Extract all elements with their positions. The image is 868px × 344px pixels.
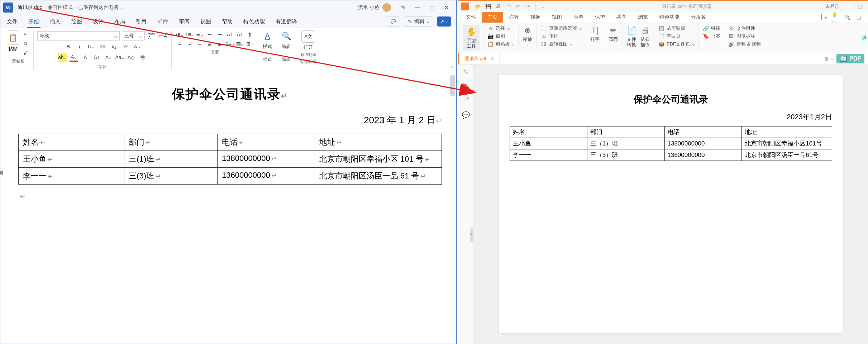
youdao-open-button[interactable]: A文 打开 有道翻译: [300, 30, 316, 57]
styles-button[interactable]: A 样式 ⌵: [262, 30, 273, 55]
cut-icon[interactable]: ✂: [21, 30, 30, 38]
multilevel-list-icon[interactable]: ≣⌵: [195, 30, 204, 38]
menu-view[interactable]: 视图: [195, 16, 216, 27]
editing-button[interactable]: 🔍 编辑 ⌵: [281, 30, 292, 55]
fill-sign[interactable]: 填: [862, 34, 867, 41]
decrease-font-icon[interactable]: A↓: [104, 53, 113, 62]
bookmark-icon[interactable]: 🔖: [462, 82, 470, 90]
phonetic-guide-icon[interactable]: wénA: [147, 31, 156, 40]
format-painter-icon[interactable]: 🖌: [21, 49, 30, 57]
maximize-button[interactable]: ▢: [425, 2, 439, 13]
menu-references[interactable]: 引用: [131, 16, 152, 27]
menu-help[interactable]: 帮助: [217, 16, 238, 27]
sort-icon[interactable]: A↓: [235, 30, 244, 38]
menu-mail[interactable]: 邮件: [152, 16, 173, 27]
fx-menu-convert[interactable]: 转换: [525, 12, 546, 23]
clipboard-button[interactable]: 📋剪贴板⌵: [487, 41, 515, 47]
minimize-button[interactable]: —: [410, 2, 425, 13]
copy-icon[interactable]: ⧉: [21, 40, 30, 48]
vertical-scrollbar[interactable]: [450, 75, 455, 96]
underline-button[interactable]: U⌵: [86, 42, 96, 51]
user-avatar-icon[interactable]: [382, 3, 391, 12]
fx-menu-comment[interactable]: 注释: [503, 12, 525, 23]
increase-font-icon[interactable]: A↑: [92, 53, 101, 62]
close-button[interactable]: ✕: [439, 2, 453, 13]
chevron-down-icon[interactable]: ⌵: [539, 2, 547, 11]
fx-menu-cloud[interactable]: 云服务: [685, 12, 712, 23]
pdf-badge[interactable]: 🔄 PDF: [836, 54, 864, 63]
align-right-icon[interactable]: ≡: [195, 40, 204, 48]
increase-indent-icon[interactable]: ⇥: [215, 30, 224, 38]
menu-review[interactable]: 审阅: [174, 16, 195, 27]
line-spacing-icon[interactable]: ‡≡⌵: [225, 40, 234, 48]
zoom-button[interactable]: ⊕ 缩放 ⌵: [522, 25, 533, 47]
ink-icon[interactable]: ✎: [396, 2, 410, 13]
view-grid-icon[interactable]: ▦: [824, 56, 828, 61]
fx-menu-browse[interactable]: 浏览: [632, 12, 654, 23]
font-family-select[interactable]: 等线⌵: [37, 31, 120, 40]
justify-icon[interactable]: ≣: [205, 40, 214, 48]
view-list-icon[interactable]: ≡: [831, 56, 834, 61]
link-button[interactable]: 🔗链接: [702, 25, 720, 32]
reflow-button[interactable]: ⟲重排: [540, 33, 558, 39]
italic-button[interactable]: I: [75, 42, 84, 51]
enclose-char-icon[interactable]: ㊥: [138, 53, 147, 62]
fx-menu-home[interactable]: 主页: [482, 12, 503, 23]
menu-draw[interactable]: 绘图: [66, 16, 87, 27]
font-size-select[interactable]: 三号⌵: [122, 31, 145, 40]
menu-insert[interactable]: 插入: [45, 16, 66, 27]
bullet-list-icon[interactable]: •≡⌵: [175, 30, 184, 38]
contacts-table[interactable]: 姓名 部门 电话 地址 王小鱼 三(1)班 13800000000 北京市朝阳区…: [18, 134, 442, 185]
ribbon-collapse-icon[interactable]: ⌵: [451, 63, 454, 69]
menu-design[interactable]: 设计: [88, 16, 109, 27]
fx-menu-file[interactable]: 文件: [460, 12, 482, 23]
pdf-package-button[interactable]: 📦PDF文件包⌵: [658, 41, 695, 47]
chevron-down-icon[interactable]: ⌵: [120, 5, 123, 10]
asian-layout-icon[interactable]: A↕: [225, 30, 234, 38]
text-effects-icon[interactable]: A⌵: [132, 42, 142, 51]
snapshot-button[interactable]: 📷截图: [487, 33, 505, 39]
paste-icon[interactable]: 📋: [7, 30, 19, 45]
editing-mode-button[interactable]: ✎ 编辑 ⌵: [404, 16, 433, 27]
change-case-icon[interactable]: Aa⌵: [115, 53, 124, 62]
menu-features[interactable]: 特色功能: [238, 16, 270, 27]
lightbulb-icon[interactable]: 💡⌵: [831, 13, 840, 22]
audio-video-button[interactable]: 🔊音频 & 视频: [728, 41, 761, 47]
login-status[interactable]: 未登录: [825, 3, 839, 10]
undo-icon[interactable]: ↶: [514, 2, 523, 11]
char-shading-icon[interactable]: A: [81, 53, 90, 62]
align-center-icon[interactable]: ≡: [185, 40, 194, 48]
from-scanner-button[interactable]: 🖨 从扫 描仪: [640, 25, 650, 48]
number-list-icon[interactable]: 1≡⌵: [185, 30, 194, 38]
image-annotation-button[interactable]: 🖼图像标注: [728, 33, 755, 39]
fx-menu-features[interactable]: 特色功能: [654, 12, 685, 23]
sidebar-expand-handle[interactable]: [470, 228, 473, 242]
fx-menu-form[interactable]: 表单: [568, 12, 589, 23]
fx-menu-protect[interactable]: 保护: [589, 12, 611, 23]
strikethrough-button[interactable]: ab: [98, 42, 107, 51]
select-button[interactable]: 🖱选择⌵: [487, 25, 510, 32]
decrease-indent-icon[interactable]: ⇤: [205, 30, 214, 38]
bookmark-button[interactable]: 🔖书签: [702, 33, 720, 39]
align-left-icon[interactable]: ≡: [175, 40, 184, 48]
comments-button[interactable]: 💬: [386, 16, 400, 27]
show-marks-icon[interactable]: ¶: [245, 30, 254, 38]
blank-page-button[interactable]: 📄空白页: [658, 33, 681, 39]
distribute-icon[interactable]: ≣: [215, 40, 224, 48]
clear-formatting-icon[interactable]: A◇: [127, 53, 136, 62]
redo-icon[interactable]: ↷: [524, 2, 533, 11]
menu-youdao[interactable]: 有道翻译: [271, 16, 302, 27]
superscript-button[interactable]: x²: [121, 42, 130, 51]
search-icon[interactable]: 🔍: [843, 13, 852, 22]
word-user-name[interactable]: 流水 小桥: [358, 4, 380, 11]
share-button[interactable]: ↗ ⌵: [437, 16, 451, 27]
file-convert-button[interactable]: 📄 文件 转换: [626, 25, 637, 48]
save-icon[interactable]: 💾: [484, 2, 492, 11]
bold-button[interactable]: B: [63, 42, 73, 51]
rotate-view-button[interactable]: 🗘旋转视图⌵: [540, 41, 573, 47]
fit-page-button[interactable]: ⛶页面适应选项⌵: [540, 25, 582, 32]
file-attachment-button[interactable]: 📎文件附件: [728, 25, 755, 32]
menu-file[interactable]: 文件: [2, 16, 23, 27]
thumbnails-icon[interactable]: 📄: [462, 97, 470, 105]
foxit-page-area[interactable]: 保护伞公司通讯录 2023年1月2日 姓名 部门 电话 地址 王小鱼 三（1）班…: [474, 64, 868, 344]
